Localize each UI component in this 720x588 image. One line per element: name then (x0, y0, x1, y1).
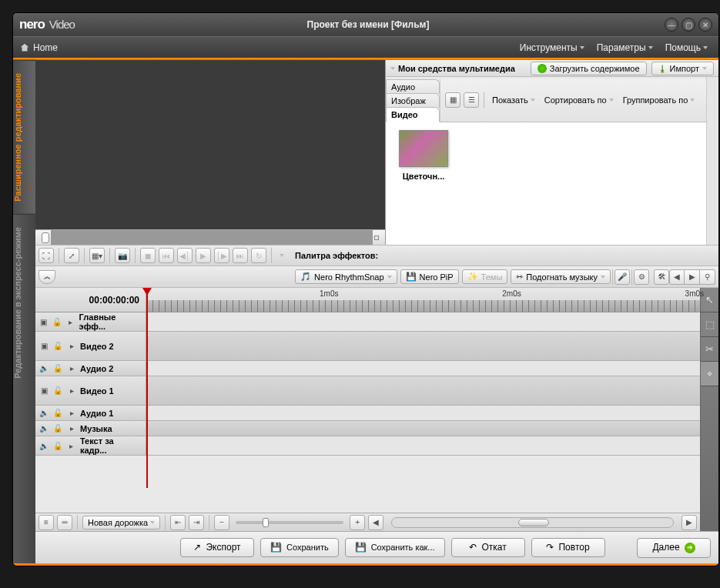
collapse-icon[interactable] (280, 254, 284, 257)
tools-button[interactable]: 🛠 (654, 269, 669, 285)
timeline-next-button[interactable]: ▶ (685, 269, 700, 285)
expand-icon[interactable]: ▸ (66, 424, 77, 433)
step-fwd-button[interactable]: │▶ (214, 248, 229, 263)
track-body[interactable] (146, 421, 700, 436)
lock-icon[interactable]: 🔓 (52, 318, 63, 326)
preview-panel (35, 60, 386, 245)
expand-icon[interactable]: ▸ (66, 409, 77, 417)
media-panel: Мои средства мультимедиа Загрузить содер… (386, 60, 718, 245)
scrubber-handle-icon[interactable] (42, 232, 49, 243)
lock-icon[interactable]: 🔓 (52, 364, 63, 373)
collapse-timeline-button[interactable]: ︽ (39, 270, 55, 284)
playhead[interactable] (146, 288, 148, 488)
lock-icon[interactable]: 🔓 (52, 424, 63, 433)
marker-button[interactable]: ⚲ (700, 269, 715, 285)
scroll-left-button[interactable]: ◀ (368, 515, 383, 530)
track-body[interactable] (146, 376, 700, 405)
view-thumbnails-button[interactable]: ▦ (445, 92, 460, 108)
themes-button[interactable]: ✨Темы (462, 269, 508, 284)
menu-help[interactable]: Помощь (661, 41, 712, 55)
track-body[interactable] (146, 312, 700, 331)
select-tool-button[interactable]: ⬚ (701, 312, 718, 337)
redo-button[interactable]: ↷Повтор (531, 538, 605, 557)
scrollbar[interactable] (706, 77, 718, 245)
menu-tools[interactable]: Инструменты (515, 41, 589, 55)
cut-tool-button[interactable]: ✂ (701, 337, 718, 362)
export-button[interactable]: ↗Экспорт (180, 538, 254, 557)
expand-icon[interactable]: ▸ (66, 386, 77, 395)
save-button[interactable]: 💾Сохранить (260, 538, 339, 557)
collapse-icon[interactable] (390, 67, 395, 70)
minimize-button[interactable]: — (665, 18, 678, 32)
home-button[interactable]: Home (19, 42, 58, 53)
track-view-2-button[interactable]: ═ (57, 515, 72, 530)
track-body[interactable] (146, 406, 700, 420)
lock-icon[interactable]: 🔓 (52, 409, 63, 417)
new-track-dropdown[interactable]: Новая дорожка (82, 516, 160, 530)
fit-button[interactable]: ⤢ (64, 248, 79, 263)
expand-icon[interactable]: ▸ (66, 442, 77, 450)
track-body[interactable] (146, 332, 700, 360)
step-back-button[interactable]: ◀│ (177, 248, 193, 263)
camera-button[interactable]: 📷 (115, 248, 130, 263)
media-item[interactable]: Цветочн... (393, 130, 454, 181)
horizontal-scrollbar[interactable] (391, 517, 674, 528)
expand-icon[interactable]: ▸ (66, 364, 77, 373)
group-dropdown[interactable]: Группировать по (620, 94, 698, 106)
track-body[interactable] (146, 361, 700, 376)
loop-button[interactable]: ↻ (251, 248, 266, 263)
fit-music-button[interactable]: ⇿Подогнать музыку (511, 269, 611, 284)
zoom-slider[interactable] (236, 521, 343, 524)
timeline-ruler[interactable]: 1m0s 2m0s 3m0s (146, 288, 700, 312)
stop-button[interactable]: ◼ (140, 248, 156, 263)
chevron-down-icon (580, 46, 584, 49)
track-row: 🔈🔓▸Текст за кадр... (35, 436, 700, 456)
track-header: 🔈🔓▸Аудио 2 (35, 361, 146, 376)
zoom-in-button[interactable]: + (350, 515, 365, 530)
track-view-1-button[interactable]: ≡ (39, 515, 54, 530)
snap-right-button[interactable]: ⇥ (189, 515, 204, 530)
play-button[interactable]: ▶ (196, 248, 211, 263)
close-button[interactable]: ✕ (698, 18, 712, 32)
fullscreen-button[interactable]: ⛶ (39, 248, 54, 263)
snapshot-dropdown[interactable]: ▦▾ (89, 248, 105, 263)
slider-handle-icon[interactable] (263, 518, 269, 527)
prev-frame-button[interactable]: ⏮ (159, 248, 174, 263)
side-tab-advanced-editing[interactable]: Расширенное редактирование (13, 60, 35, 214)
menu-options[interactable]: Параметры (592, 41, 658, 55)
rhythmsnap-button[interactable]: 🎵Nero RhythmSnap (295, 269, 397, 284)
next-frame-button[interactable]: ⏭ (233, 248, 248, 263)
magnet-tool-button[interactable]: ⌖ (701, 362, 718, 386)
tab-video[interactable]: Видео (386, 107, 440, 122)
tracks: ▣🔓▸Главные эфф...▣🔓▸Видео 2🔈🔓▸Аудио 2▣🔓▸… (35, 312, 700, 513)
lock-icon[interactable]: 🔓 (52, 386, 63, 395)
track-body[interactable] (146, 436, 700, 455)
tab-audio[interactable]: Аудио (386, 79, 440, 94)
expand-icon[interactable]: ▸ (65, 318, 76, 326)
track-type-icon: 🔈 (39, 364, 49, 373)
tab-image[interactable]: Изображ (386, 93, 440, 108)
expand-icon[interactable]: ▸ (66, 342, 77, 350)
load-content-button[interactable]: Загрузить содержимое (531, 62, 647, 75)
scroll-right-button[interactable]: ▶ (681, 515, 697, 530)
import-button[interactable]: ⭳Импорт (651, 62, 714, 75)
lock-icon[interactable]: 🔓 (52, 442, 63, 450)
preview-scrubber[interactable] (35, 229, 385, 245)
snap-left-button[interactable]: ⇤ (170, 515, 186, 530)
mic-button[interactable]: 🎤 (615, 269, 630, 285)
maximize-button[interactable]: ▢ (681, 18, 695, 32)
undo-button[interactable]: ↶Откат (451, 538, 525, 557)
show-dropdown[interactable]: Показать (489, 94, 538, 106)
lock-icon[interactable]: 🔓 (52, 342, 63, 350)
save-as-button[interactable]: 💾Сохранить как... (345, 538, 445, 557)
sort-dropdown[interactable]: Сортировать по (541, 94, 617, 106)
side-tab-express-editing[interactable]: Редактирование в экспресс-режиме (13, 214, 35, 391)
settings-button[interactable]: ⚙ (634, 269, 649, 285)
timeline-prev-button[interactable]: ◀ (669, 269, 685, 285)
view-list-button[interactable]: ☰ (464, 92, 479, 108)
chevron-down-icon (601, 276, 605, 279)
arrow-right-icon: ➔ (685, 543, 695, 553)
pip-button[interactable]: 💾Nero PiP (400, 269, 459, 284)
next-button[interactable]: Далее➔ (637, 538, 711, 558)
zoom-out-button[interactable]: − (214, 515, 229, 530)
